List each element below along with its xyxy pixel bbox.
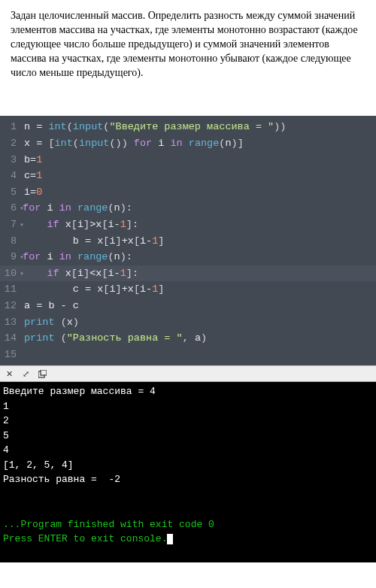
code-content: b = x[i]+x[i-1]	[24, 233, 164, 250]
code-line: 13print (x)	[0, 314, 376, 331]
console-line: Разность равна = -2	[3, 472, 373, 487]
code-line: 7▾ if x[i]>x[i-1]:	[0, 217, 376, 233]
code-content: ▾ if x[i]>x[i-1]:	[24, 217, 138, 233]
line-number: 14	[0, 330, 24, 347]
code-content: print (x)	[24, 314, 79, 331]
separator-gap	[0, 86, 376, 116]
code-content: c = x[i]+x[i-1]	[24, 281, 164, 298]
console-line: Введите размер массива = 4	[3, 384, 373, 399]
line-number: 5	[0, 184, 24, 201]
console-line: [1, 2, 5, 4]	[3, 458, 373, 473]
expand-icon[interactable]: ⤢	[21, 369, 30, 378]
code-line: 1n = int(input("Введите размер массива =…	[0, 119, 376, 135]
line-number: 12	[0, 298, 24, 314]
line-number: 13	[0, 314, 24, 331]
console-line: 5	[3, 429, 373, 444]
code-content: n = int(input("Введите размер массива = …	[24, 119, 286, 135]
code-content: b=1	[24, 152, 42, 168]
problem-text: Задан целочисленный массив. Определить р…	[11, 10, 358, 78]
code-line: 15	[0, 347, 376, 363]
close-icon[interactable]: ✕	[5, 369, 14, 378]
code-content: c=1	[24, 168, 42, 184]
line-number: 1	[0, 119, 24, 135]
code-line: 6▾for i in range(n):	[0, 200, 376, 217]
code-line: 10▾ if x[i]<x[i-1]:	[0, 265, 376, 282]
code-line: 9▾for i in range(n):	[0, 249, 376, 265]
code-line: 4c=1	[0, 168, 376, 184]
code-line: 5i=0	[0, 184, 376, 201]
code-line: 12a = b - c	[0, 298, 376, 314]
console-line: 4	[3, 443, 373, 458]
code-content: ▾for i in range(n):	[24, 200, 132, 217]
console-line: 2	[3, 414, 373, 429]
code-content: print ("Разность равна = ", a)	[24, 330, 207, 347]
code-line: 8 b = x[i]+x[i-1]	[0, 233, 376, 250]
code-line: 11 c = x[i]+x[i-1]	[0, 281, 376, 298]
line-number: 3	[0, 152, 24, 168]
code-editor: 1n = int(input("Введите размер массива =…	[0, 116, 376, 365]
code-content: i=0	[24, 184, 42, 201]
code-content: ▾for i in range(n):	[24, 249, 132, 265]
line-number: 8	[0, 233, 24, 250]
console-toolbar: ✕ ⤢	[0, 365, 376, 382]
line-number: 2	[0, 135, 24, 152]
line-number: 15	[0, 347, 24, 363]
console-output: Введите размер массива = 41254[1, 2, 5, …	[0, 382, 376, 562]
line-number: 4	[0, 168, 24, 184]
code-content: a = b - c	[24, 298, 79, 314]
window-icon[interactable]	[38, 369, 47, 378]
console-line: 1	[3, 399, 373, 414]
code-content: ▾ if x[i]<x[i-1]:	[24, 265, 138, 282]
console-exit-line: ...Program finished with exit code 0	[3, 517, 373, 532]
cursor-icon	[167, 534, 173, 544]
console-prompt-line: Press ENTER to exit console.	[3, 532, 373, 547]
code-line: 2x = [int(input()) for i in range(n)]	[0, 135, 376, 152]
problem-statement: Задан целочисленный массив. Определить р…	[0, 0, 376, 86]
line-number: 11	[0, 281, 24, 298]
code-line: 14print ("Разность равна = ", a)	[0, 330, 376, 347]
code-content: x = [int(input()) for i in range(n)]	[24, 135, 244, 152]
svg-rect-1	[41, 370, 47, 375]
code-line: 3b=1	[0, 152, 376, 168]
